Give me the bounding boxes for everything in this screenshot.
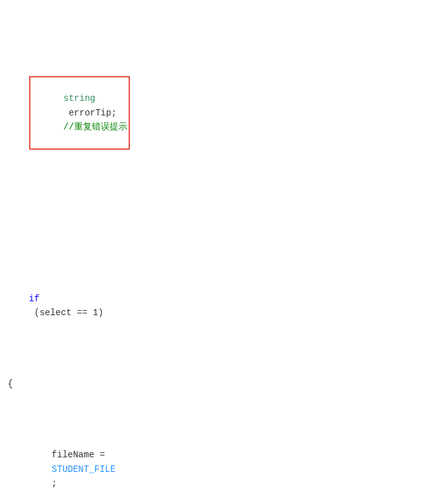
code-filename-student: fileName = STUDENT_FILE ; bbox=[30, 434, 440, 496]
code-text: errorTip; bbox=[63, 108, 122, 118]
kw-if: if bbox=[29, 294, 40, 304]
code-brace-open-1: { bbox=[8, 377, 440, 391]
code-if-line: if (select == 1) bbox=[8, 277, 440, 334]
keyword-string: string bbox=[63, 93, 95, 103]
code-container: string errorTip; //重复错误提示 if (select == … bbox=[8, 5, 440, 496]
code-line-1: string errorTip; //重复错误提示 bbox=[8, 62, 440, 164]
code-comment: //重复错误提示 bbox=[63, 122, 127, 132]
code-blank-1 bbox=[8, 206, 440, 220]
